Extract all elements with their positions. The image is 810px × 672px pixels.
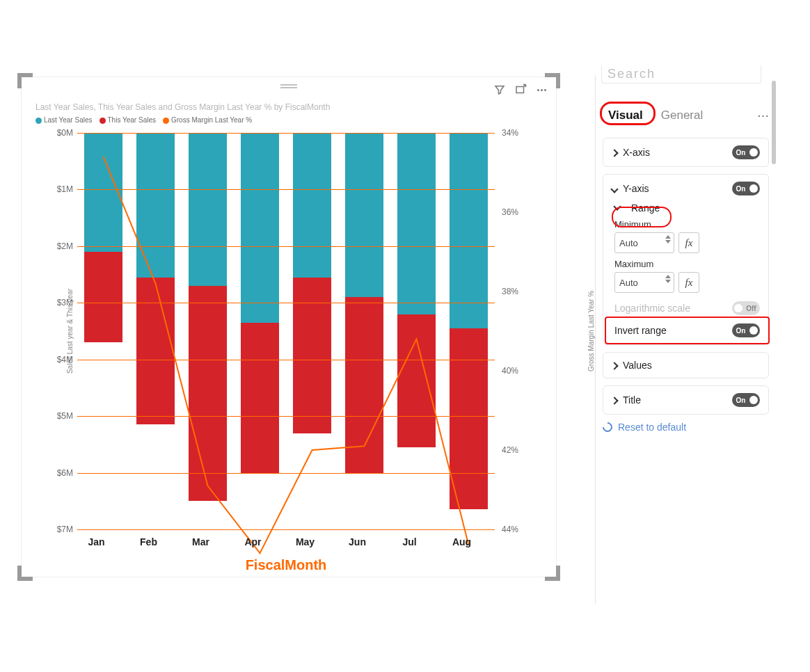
scrollbar[interactable] <box>772 81 776 164</box>
minimum-input[interactable]: Auto <box>614 232 674 253</box>
y-axis-right-tick: 40% <box>502 366 530 376</box>
y-axis-right-tick: 38% <box>502 287 530 296</box>
drag-handle-icon[interactable] <box>280 84 297 88</box>
x-axis-tick: Aug <box>436 536 488 547</box>
conditional-formatting-button[interactable]: fx <box>678 232 699 253</box>
x-axis-tick: Jun <box>331 536 383 547</box>
legend-swatch-icon <box>35 118 42 124</box>
legend-item[interactable]: Last Year Sales <box>35 116 93 124</box>
toggle-title[interactable]: On <box>732 393 760 407</box>
y-axis-right-tick: 34% <box>502 128 530 138</box>
step-up-icon[interactable] <box>665 235 671 239</box>
y-axis-left-tick: $3M <box>45 298 73 307</box>
x-axis-tick: Jan <box>70 536 122 547</box>
annotation-highlight <box>612 207 672 227</box>
visual-canvas[interactable]: Last Year Sales, This Year Sales and Gro… <box>21 77 571 591</box>
step-down-icon[interactable] <box>665 280 671 283</box>
filter-icon[interactable] <box>492 82 507 97</box>
more-options-icon[interactable] <box>534 82 549 97</box>
more-options-icon[interactable]: ⋯ <box>757 109 769 123</box>
chevron-right-icon <box>610 362 618 369</box>
legend-item[interactable]: Gross Margin Last Year % <box>163 116 252 124</box>
label-log-scale: Logarithmic scale <box>614 303 690 314</box>
legend-item[interactable]: This Year Sales <box>100 116 157 124</box>
focus-mode-icon[interactable] <box>513 82 528 97</box>
section-values[interactable]: Values <box>603 352 769 378</box>
reset-to-default-button[interactable]: Reset to default <box>603 422 769 433</box>
x-axis-tick: Jul <box>383 536 436 547</box>
x-axis-tick: Mar <box>175 536 227 547</box>
chart-title: Last Year Sales, This Year Sales and Gro… <box>35 102 330 112</box>
selection-handle[interactable] <box>545 566 560 581</box>
toggle-log-scale[interactable]: Off <box>732 301 760 315</box>
y-axis-left-tick: $1M <box>45 184 73 194</box>
tab-general[interactable]: General <box>658 106 706 125</box>
format-panel: Search Visual General ⋯ X-axis On Y-axis… <box>595 75 776 604</box>
chevron-down-icon <box>610 185 618 193</box>
maximum-input[interactable]: Auto <box>614 272 674 293</box>
combo-chart[interactable]: Last Year Sales, This Year Sales and Gro… <box>21 77 557 577</box>
legend-swatch-icon <box>163 118 169 124</box>
y-axis-left-tick: $0M <box>45 128 73 138</box>
y-axis-left-tick: $5M <box>45 411 73 421</box>
toggle-y-axis[interactable]: On <box>732 182 760 195</box>
conditional-formatting-button[interactable]: fx <box>678 272 699 293</box>
selection-handle[interactable] <box>17 566 33 581</box>
line-series[interactable] <box>104 157 469 553</box>
search-input[interactable]: Search <box>601 65 761 83</box>
step-down-icon[interactable] <box>665 240 671 243</box>
y-axis-right-tick: 42% <box>502 445 530 455</box>
y-axis-right-label: Gross Margin Last Year % <box>587 291 595 371</box>
section-x-axis[interactable]: X-axis On <box>603 138 769 167</box>
section-title[interactable]: Title On <box>603 385 769 415</box>
chevron-right-icon <box>610 397 618 404</box>
annotation-highlight <box>600 102 656 125</box>
svg-rect-0 <box>516 87 524 93</box>
legend: Last Year Sales This Year Sales Gross Ma… <box>35 116 252 124</box>
step-up-icon[interactable] <box>665 275 671 278</box>
legend-swatch-icon <box>100 118 106 124</box>
toggle-x-axis[interactable]: On <box>732 145 760 159</box>
plot-area: Sales Last year & This year Gross Margin… <box>77 133 495 529</box>
annotation-highlight <box>605 317 770 344</box>
x-axis-tick: Apr <box>227 536 279 547</box>
x-axis-tick: May <box>279 536 331 547</box>
x-axis-title: FiscalMonth <box>77 557 495 573</box>
y-axis-left-tick: $4M <box>45 355 73 365</box>
y-axis-right-tick: 36% <box>502 207 530 217</box>
chevron-right-icon <box>610 149 618 157</box>
y-axis-left-tick: $6M <box>45 468 73 478</box>
y-axis-left-tick: $2M <box>45 241 73 251</box>
y-axis-right-tick: 44% <box>502 525 530 534</box>
section-y-axis[interactable]: Y-axis On Range Minimum Auto fx Maximum … <box>603 174 769 345</box>
reset-icon <box>601 420 614 434</box>
label-maximum: Maximum <box>614 259 760 269</box>
y-axis-left-tick: $7M <box>45 525 73 534</box>
x-axis-tick: Feb <box>122 536 175 547</box>
